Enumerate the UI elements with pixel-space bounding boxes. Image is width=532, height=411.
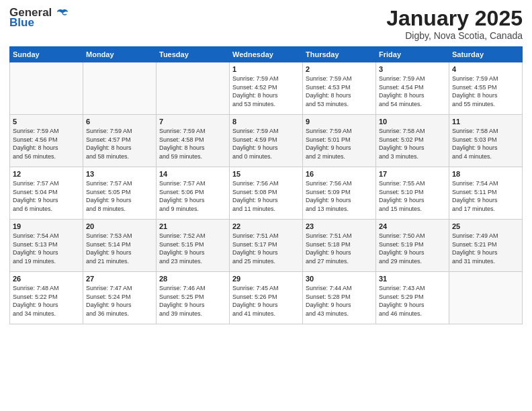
day-number: 24 xyxy=(379,222,446,230)
day-info: Sunrise: 7:58 AM Sunset: 5:02 PM Dayligh… xyxy=(379,127,446,161)
calendar-cell: 24Sunrise: 7:50 AM Sunset: 5:19 PM Dayli… xyxy=(376,220,449,272)
day-number: 27 xyxy=(86,275,153,283)
day-info: Sunrise: 7:59 AM Sunset: 4:53 PM Dayligh… xyxy=(306,75,373,108)
day-info: Sunrise: 7:55 AM Sunset: 5:10 PM Dayligh… xyxy=(379,179,446,213)
day-number: 8 xyxy=(232,118,300,126)
day-number: 2 xyxy=(306,65,373,73)
day-number: 15 xyxy=(232,170,300,178)
day-number: 14 xyxy=(159,170,226,178)
calendar-cell: 28Sunrise: 7:46 AM Sunset: 5:25 PM Dayli… xyxy=(157,272,230,324)
logo-bird-icon xyxy=(56,9,69,18)
calendar-cell: 8Sunrise: 7:59 AM Sunset: 4:59 PM Daylig… xyxy=(230,115,303,167)
day-info: Sunrise: 7:56 AM Sunset: 5:09 PM Dayligh… xyxy=(306,179,373,213)
calendar-cell: 20Sunrise: 7:53 AM Sunset: 5:14 PM Dayli… xyxy=(83,220,157,272)
calendar-cell: 6Sunrise: 7:59 AM Sunset: 4:57 PM Daylig… xyxy=(83,115,157,167)
calendar-cell xyxy=(83,62,157,115)
calendar-week-3: 12Sunrise: 7:57 AM Sunset: 5:04 PM Dayli… xyxy=(10,167,523,220)
day-info: Sunrise: 7:59 AM Sunset: 5:01 PM Dayligh… xyxy=(306,127,373,161)
day-info: Sunrise: 7:57 AM Sunset: 5:05 PM Dayligh… xyxy=(86,179,153,213)
calendar-week-5: 26Sunrise: 7:48 AM Sunset: 5:22 PM Dayli… xyxy=(10,272,523,324)
day-number: 3 xyxy=(379,65,446,73)
calendar-cell: 29Sunrise: 7:45 AM Sunset: 5:26 PM Dayli… xyxy=(230,272,303,324)
col-thursday: Thursday xyxy=(303,47,376,62)
page: General Blue January 2025 Digby, Nova Sc… xyxy=(0,0,532,411)
calendar-cell: 22Sunrise: 7:51 AM Sunset: 5:17 PM Dayli… xyxy=(230,220,303,272)
day-number: 12 xyxy=(13,170,80,178)
header: General Blue January 2025 Digby, Nova Sc… xyxy=(9,7,523,41)
calendar-cell: 17Sunrise: 7:55 AM Sunset: 5:10 PM Dayli… xyxy=(376,167,449,220)
calendar-week-2: 5Sunrise: 7:59 AM Sunset: 4:56 PM Daylig… xyxy=(10,115,523,167)
day-info: Sunrise: 7:59 AM Sunset: 4:58 PM Dayligh… xyxy=(159,127,226,161)
day-number: 22 xyxy=(232,222,300,230)
day-info: Sunrise: 7:57 AM Sunset: 5:06 PM Dayligh… xyxy=(159,179,226,213)
col-wednesday: Wednesday xyxy=(230,47,303,62)
calendar-cell: 14Sunrise: 7:57 AM Sunset: 5:06 PM Dayli… xyxy=(157,167,230,220)
calendar-cell: 4Sunrise: 7:59 AM Sunset: 4:55 PM Daylig… xyxy=(449,62,523,115)
day-number: 16 xyxy=(306,170,373,178)
calendar-cell: 23Sunrise: 7:51 AM Sunset: 5:18 PM Dayli… xyxy=(303,220,376,272)
calendar-cell xyxy=(449,272,523,324)
day-number: 25 xyxy=(452,222,519,230)
day-number: 5 xyxy=(13,118,80,126)
day-number: 21 xyxy=(159,222,226,230)
day-info: Sunrise: 7:52 AM Sunset: 5:15 PM Dayligh… xyxy=(159,232,226,265)
calendar-cell xyxy=(10,62,83,115)
calendar-cell: 19Sunrise: 7:54 AM Sunset: 5:13 PM Dayli… xyxy=(10,220,83,272)
calendar-week-1: 1Sunrise: 7:59 AM Sunset: 4:52 PM Daylig… xyxy=(10,62,523,115)
day-number: 26 xyxy=(13,275,80,283)
day-info: Sunrise: 7:53 AM Sunset: 5:14 PM Dayligh… xyxy=(86,232,153,265)
day-info: Sunrise: 7:59 AM Sunset: 4:54 PM Dayligh… xyxy=(379,75,446,108)
calendar-cell: 7Sunrise: 7:59 AM Sunset: 4:58 PM Daylig… xyxy=(157,115,230,167)
calendar-cell: 9Sunrise: 7:59 AM Sunset: 5:01 PM Daylig… xyxy=(303,115,376,167)
calendar-cell: 10Sunrise: 7:58 AM Sunset: 5:02 PM Dayli… xyxy=(376,115,449,167)
calendar-cell: 26Sunrise: 7:48 AM Sunset: 5:22 PM Dayli… xyxy=(10,272,83,324)
header-row: Sunday Monday Tuesday Wednesday Thursday… xyxy=(10,47,523,62)
col-monday: Monday xyxy=(83,47,157,62)
col-friday: Friday xyxy=(376,47,449,62)
calendar-cell: 15Sunrise: 7:56 AM Sunset: 5:08 PM Dayli… xyxy=(230,167,303,220)
day-info: Sunrise: 7:59 AM Sunset: 4:59 PM Dayligh… xyxy=(232,127,300,161)
calendar-cell: 21Sunrise: 7:52 AM Sunset: 5:15 PM Dayli… xyxy=(157,220,230,272)
calendar-cell: 27Sunrise: 7:47 AM Sunset: 5:24 PM Dayli… xyxy=(83,272,157,324)
day-info: Sunrise: 7:59 AM Sunset: 4:52 PM Dayligh… xyxy=(232,75,300,108)
day-info: Sunrise: 7:51 AM Sunset: 5:17 PM Dayligh… xyxy=(232,232,300,265)
col-sunday: Sunday xyxy=(10,47,83,62)
title-block: January 2025 Digby, Nova Scotia, Canada xyxy=(386,7,523,41)
day-number: 13 xyxy=(86,170,153,178)
day-number: 17 xyxy=(379,170,446,178)
day-info: Sunrise: 7:43 AM Sunset: 5:29 PM Dayligh… xyxy=(379,284,446,318)
day-number: 30 xyxy=(306,275,373,283)
day-number: 29 xyxy=(232,275,300,283)
calendar-cell: 31Sunrise: 7:43 AM Sunset: 5:29 PM Dayli… xyxy=(376,272,449,324)
day-number: 19 xyxy=(13,222,80,230)
day-info: Sunrise: 7:45 AM Sunset: 5:26 PM Dayligh… xyxy=(232,284,300,318)
day-number: 31 xyxy=(379,275,446,283)
day-info: Sunrise: 7:50 AM Sunset: 5:19 PM Dayligh… xyxy=(379,232,446,265)
day-number: 1 xyxy=(232,65,300,73)
day-info: Sunrise: 7:49 AM Sunset: 5:21 PM Dayligh… xyxy=(452,232,519,265)
calendar-cell xyxy=(157,62,230,115)
day-info: Sunrise: 7:54 AM Sunset: 5:11 PM Dayligh… xyxy=(452,179,519,213)
day-number: 7 xyxy=(159,118,226,126)
calendar-week-4: 19Sunrise: 7:54 AM Sunset: 5:13 PM Dayli… xyxy=(10,220,523,272)
day-info: Sunrise: 7:46 AM Sunset: 5:25 PM Dayligh… xyxy=(159,284,226,318)
col-saturday: Saturday xyxy=(449,47,523,62)
day-info: Sunrise: 7:51 AM Sunset: 5:18 PM Dayligh… xyxy=(306,232,373,265)
day-number: 28 xyxy=(159,275,226,283)
calendar-cell: 30Sunrise: 7:44 AM Sunset: 5:28 PM Dayli… xyxy=(303,272,376,324)
calendar-cell: 3Sunrise: 7:59 AM Sunset: 4:54 PM Daylig… xyxy=(376,62,449,115)
day-info: Sunrise: 7:48 AM Sunset: 5:22 PM Dayligh… xyxy=(13,284,80,318)
calendar-cell: 5Sunrise: 7:59 AM Sunset: 4:56 PM Daylig… xyxy=(10,115,83,167)
day-number: 6 xyxy=(86,118,153,126)
calendar-table: Sunday Monday Tuesday Wednesday Thursday… xyxy=(9,46,523,324)
day-info: Sunrise: 7:57 AM Sunset: 5:04 PM Dayligh… xyxy=(13,179,80,213)
day-number: 18 xyxy=(452,170,519,178)
day-info: Sunrise: 7:44 AM Sunset: 5:28 PM Dayligh… xyxy=(306,284,373,318)
day-info: Sunrise: 7:58 AM Sunset: 5:03 PM Dayligh… xyxy=(452,127,519,161)
day-info: Sunrise: 7:47 AM Sunset: 5:24 PM Dayligh… xyxy=(86,284,153,318)
month-title: January 2025 xyxy=(386,7,523,30)
day-number: 11 xyxy=(452,118,519,126)
day-number: 23 xyxy=(306,222,373,230)
day-number: 20 xyxy=(86,222,153,230)
calendar-cell: 2Sunrise: 7:59 AM Sunset: 4:53 PM Daylig… xyxy=(303,62,376,115)
